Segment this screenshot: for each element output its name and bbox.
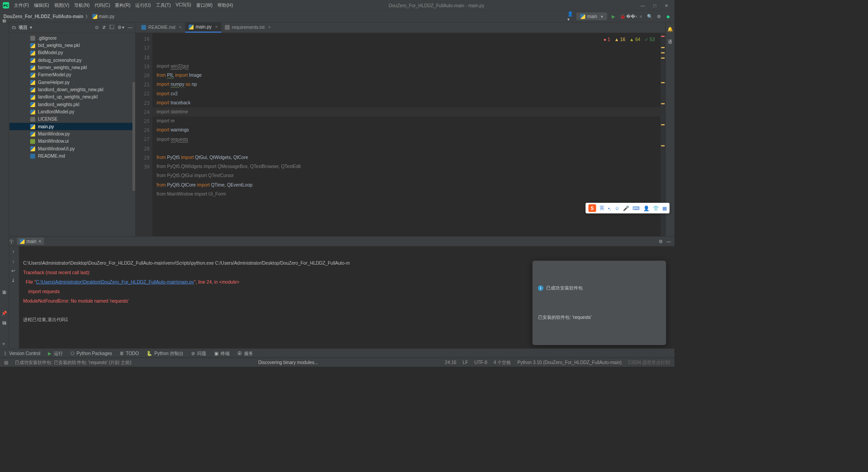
todo-tab[interactable]: ≣TODO: [120, 350, 139, 356]
tree-item[interactable]: MainWindowUI.py: [9, 145, 135, 152]
maximize-button[interactable]: □: [652, 3, 657, 8]
python-console-tab[interactable]: 🐍Python 控制台: [146, 350, 184, 356]
bookmarks-tool-tab[interactable]: 书签: [1, 296, 8, 300]
scrollbar[interactable]: [132, 82, 135, 191]
ide-features-icon[interactable]: ◆: [665, 14, 671, 19]
tree-item[interactable]: .gitignore: [9, 34, 135, 42]
status-hamburger-icon[interactable]: ▤: [4, 360, 8, 365]
hide-icon[interactable]: —: [128, 25, 132, 30]
hide-icon[interactable]: —: [666, 238, 671, 244]
menu-tools[interactable]: 工具(T): [156, 2, 171, 9]
ime-mic-icon[interactable]: 🎤: [623, 206, 629, 211]
gear-icon[interactable]: ⚙: [659, 238, 663, 244]
tree-item[interactable]: MainWindow.ui: [9, 138, 135, 145]
search-icon[interactable]: 🔍: [647, 14, 652, 19]
vcs-tab[interactable]: ᚱVersion Control: [4, 350, 40, 356]
tree-item[interactable]: README.md: [9, 152, 135, 159]
traceback-link[interactable]: C:\Users\Administrator\Desktop\DouZero_F…: [36, 279, 194, 285]
tree-item[interactable]: landlord_down_weights_new.pkl: [9, 86, 135, 93]
tree-item[interactable]: farmer_weights_new.pkl: [9, 64, 135, 71]
inspections-widget[interactable]: ● 1 ▲ 16 ▲ 64 ✓ 53: [604, 35, 655, 44]
tree-item[interactable]: main.py: [9, 123, 135, 130]
code-editor[interactable]: ● 1 ▲ 16 ▲ 64 ✓ 53 import win32gui from …: [152, 33, 660, 236]
tree-item[interactable]: BidModel.py: [9, 49, 135, 56]
console-output[interactable]: C:\Users\Administrator\Desktop\DouZero_F…: [19, 246, 675, 348]
ime-punct-icon[interactable]: •,: [608, 206, 611, 211]
debug-button[interactable]: 🐞: [620, 14, 625, 19]
breadcrumb-project[interactable]: DouZero_For_HLDDZ_FullAuto-main: [4, 14, 84, 19]
menu-file[interactable]: 文件(F): [14, 2, 29, 9]
python-packages-tab[interactable]: ⎔Python Packages: [71, 350, 112, 356]
run-tab[interactable]: ▶运行: [48, 350, 63, 356]
problems-tab[interactable]: ⊘问题: [191, 350, 206, 356]
sogou-icon[interactable]: S: [588, 204, 596, 212]
notifications-icon[interactable]: 🔔: [667, 27, 673, 32]
editor-tab[interactable]: README.md×: [138, 23, 185, 33]
tree-item[interactable]: LICENSE: [9, 116, 135, 123]
services-tab[interactable]: ⦿服务: [237, 350, 253, 356]
run-tab-main[interactable]: main×: [17, 238, 44, 245]
close-icon[interactable]: ×: [179, 24, 182, 30]
ime-emoji-icon[interactable]: ☺: [615, 206, 620, 211]
menu-help[interactable]: 帮助(H): [217, 2, 233, 9]
interpreter-info[interactable]: Python 3.10 (DouZero_For_HLDDZ_FullAuto-…: [517, 360, 622, 365]
scroll-to-end-icon[interactable]: ⤓: [11, 278, 15, 283]
indent-info[interactable]: 4 个空格: [494, 359, 511, 365]
stop-button[interactable]: ■: [638, 14, 643, 19]
error-count[interactable]: ● 1: [604, 35, 610, 44]
tree-item[interactable]: landlord_up_weights_new.pkl: [9, 93, 135, 101]
pin-icon[interactable]: 📌: [1, 311, 7, 316]
minimize-button[interactable]: —: [640, 3, 646, 8]
menu-code[interactable]: 代码(C): [94, 2, 110, 9]
menu-window[interactable]: 窗口(W): [196, 2, 212, 9]
soft-wrap-icon[interactable]: ↩: [11, 268, 15, 274]
gear-icon[interactable]: ⚙▾: [118, 25, 124, 30]
run-config-selector[interactable]: main: [576, 13, 607, 20]
close-icon[interactable]: ×: [215, 24, 218, 30]
settings-icon[interactable]: ⚙: [656, 14, 661, 19]
close-icon[interactable]: ×: [268, 24, 271, 30]
editor-tab[interactable]: requirements.txt×: [222, 23, 274, 33]
ime-toolbar[interactable]: S 英 •, ☺ 🎤 ⌨ 👤 👕 ▦: [585, 203, 670, 213]
background-task[interactable]: Discovering binary modules...: [258, 360, 318, 365]
weak-warning-count[interactable]: ▲ 64: [629, 35, 640, 44]
tree-item[interactable]: FarmerModel.py: [9, 71, 135, 79]
ime-person-icon[interactable]: 👤: [643, 206, 649, 211]
file-encoding[interactable]: UTF-8: [474, 360, 487, 365]
ime-skin-icon[interactable]: 👕: [653, 206, 659, 211]
ime-keyboard-icon[interactable]: ⌨: [632, 206, 640, 211]
menu-vcs[interactable]: VCS(S): [176, 2, 191, 9]
collapse-all-icon[interactable]: ⿺: [109, 25, 114, 30]
terminal-tab[interactable]: ▣终端: [214, 350, 230, 356]
tree-item[interactable]: landlord_weights.pkl: [9, 101, 135, 108]
ime-lang[interactable]: 英: [599, 205, 604, 211]
tree-item[interactable]: MainWindow.py: [9, 130, 135, 137]
typo-count[interactable]: ✓ 53: [645, 35, 655, 44]
line-separator[interactable]: LF: [462, 360, 468, 365]
editor-tab[interactable]: main.py×: [185, 22, 221, 33]
breadcrumb-file[interactable]: main.py: [92, 14, 114, 19]
structure-icon[interactable]: ᯤ: [2, 341, 7, 346]
close-icon[interactable]: ×: [38, 238, 41, 244]
user-icon[interactable]: 👤▾: [567, 14, 573, 19]
line-gutter[interactable]: 161718192021222324252627282930: [136, 33, 152, 236]
more-run-icon[interactable]: ��›: [629, 14, 634, 19]
menu-refactor[interactable]: 重构(R): [115, 2, 130, 9]
run-button[interactable]: ▶: [610, 14, 616, 19]
notification-popup[interactable]: i已成功安装软件包 已安装的软件包: 'requests': [533, 261, 666, 345]
down-icon[interactable]: ↓: [12, 259, 14, 264]
up-icon[interactable]: ↑: [12, 249, 14, 255]
tree-item[interactable]: debug_screenshot.py: [9, 56, 135, 64]
tree-item[interactable]: GameHelper.py: [9, 79, 135, 86]
menu-navigate[interactable]: 导航(N): [74, 2, 90, 9]
tree-item[interactable]: LandlordModel.py: [9, 108, 135, 115]
cursor-position[interactable]: 24:16: [445, 360, 456, 365]
project-tree[interactable]: .gitignorebid_weights_new.pklBidModel.py…: [9, 33, 135, 236]
warning-count[interactable]: ▲ 16: [614, 35, 625, 44]
structure-tool-tab[interactable]: 结构: [1, 327, 8, 331]
menu-view[interactable]: 视图(V): [54, 2, 70, 9]
ime-grid-icon[interactable]: ▦: [662, 206, 667, 211]
menu-run[interactable]: 运行(U): [135, 2, 151, 9]
tree-item[interactable]: bid_weights_new.pkl: [9, 42, 135, 49]
menu-edit[interactable]: 编辑(E): [34, 2, 49, 9]
